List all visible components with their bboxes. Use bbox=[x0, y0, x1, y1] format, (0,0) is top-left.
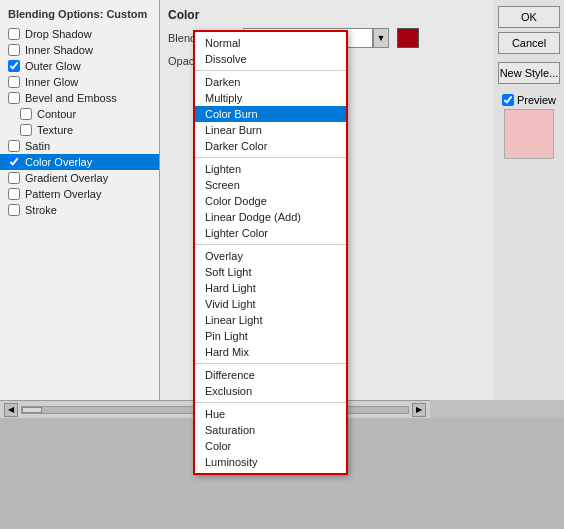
blending-options-title: Blending Options: Custom bbox=[0, 6, 159, 26]
blend-mode-dropdown-arrow[interactable]: ▼ bbox=[373, 28, 389, 48]
dropdown-group-4: DifferenceExclusion bbox=[195, 364, 346, 403]
checkbox-color-overlay[interactable] bbox=[8, 156, 20, 168]
sidebar-item-inner-shadow[interactable]: Inner Shadow bbox=[0, 42, 159, 58]
dropdown-item-hue[interactable]: Hue bbox=[195, 406, 346, 422]
dropdown-item-color[interactable]: Color bbox=[195, 438, 346, 454]
checkbox-gradient-overlay[interactable] bbox=[8, 172, 20, 184]
preview-text: Preview bbox=[517, 94, 556, 106]
dropdown-item-exclusion[interactable]: Exclusion bbox=[195, 383, 346, 399]
dropdown-item-linear-light[interactable]: Linear Light bbox=[195, 312, 346, 328]
dropdown-item-screen[interactable]: Screen bbox=[195, 177, 346, 193]
left-panel: Blending Options: Custom Drop ShadowInne… bbox=[0, 0, 160, 400]
sidebar-label-color-overlay: Color Overlay bbox=[25, 156, 92, 168]
sidebar-label-drop-shadow: Drop Shadow bbox=[25, 28, 92, 40]
dropdown-group-2: LightenScreenColor DodgeLinear Dodge (Ad… bbox=[195, 158, 346, 245]
dropdown-group-0: NormalDissolve bbox=[195, 32, 346, 71]
sidebar-item-bevel-emboss[interactable]: Bevel and Emboss bbox=[0, 90, 159, 106]
preview-section: Preview bbox=[502, 94, 556, 159]
dropdown-item-multiply[interactable]: Multiply bbox=[195, 90, 346, 106]
sidebar-item-contour[interactable]: Contour bbox=[0, 106, 159, 122]
dropdown-item-dissolve[interactable]: Dissolve bbox=[195, 51, 346, 67]
dropdown-group-3: OverlaySoft LightHard LightVivid LightLi… bbox=[195, 245, 346, 364]
dropdown-item-pin-light[interactable]: Pin Light bbox=[195, 328, 346, 344]
sidebar-label-texture: Texture bbox=[37, 124, 73, 136]
dropdown-item-linear-burn[interactable]: Linear Burn bbox=[195, 122, 346, 138]
right-panel: OK Cancel New Style... Preview bbox=[494, 0, 564, 400]
sidebar-item-pattern-overlay[interactable]: Pattern Overlay bbox=[0, 186, 159, 202]
sidebar-label-bevel-emboss: Bevel and Emboss bbox=[25, 92, 117, 104]
blend-mode-dropdown: NormalDissolveDarkenMultiplyColor BurnLi… bbox=[193, 30, 348, 475]
preview-checkbox[interactable] bbox=[502, 94, 514, 106]
sidebar-label-pattern-overlay: Pattern Overlay bbox=[25, 188, 101, 200]
cancel-button[interactable]: Cancel bbox=[498, 32, 560, 54]
sidebar-item-stroke[interactable]: Stroke bbox=[0, 202, 159, 218]
dropdown-group-5: HueSaturationColorLuminosity bbox=[195, 403, 346, 473]
checkbox-contour[interactable] bbox=[20, 108, 32, 120]
dropdown-item-color-burn[interactable]: Color Burn bbox=[195, 106, 346, 122]
dropdown-item-darken[interactable]: Darken bbox=[195, 74, 346, 90]
checkbox-satin[interactable] bbox=[8, 140, 20, 152]
dropdown-item-luminosity[interactable]: Luminosity bbox=[195, 454, 346, 470]
preview-label: Preview bbox=[502, 94, 556, 106]
sidebar-item-color-overlay[interactable]: Color Overlay bbox=[0, 154, 159, 170]
sidebar-item-satin[interactable]: Satin bbox=[0, 138, 159, 154]
dropdown-item-difference[interactable]: Difference bbox=[195, 367, 346, 383]
scroll-thumb[interactable] bbox=[22, 407, 42, 413]
sidebar-label-outer-glow: Outer Glow bbox=[25, 60, 81, 72]
sidebar-label-inner-glow: Inner Glow bbox=[25, 76, 78, 88]
color-swatch[interactable] bbox=[397, 28, 419, 48]
dropdown-item-darker-color[interactable]: Darker Color bbox=[195, 138, 346, 154]
dropdown-item-soft-light[interactable]: Soft Light bbox=[195, 264, 346, 280]
dropdown-item-saturation[interactable]: Saturation bbox=[195, 422, 346, 438]
dropdown-item-lighter-color[interactable]: Lighter Color bbox=[195, 225, 346, 241]
sidebar-label-stroke: Stroke bbox=[25, 204, 57, 216]
sidebar-label-contour: Contour bbox=[37, 108, 76, 120]
checkbox-outer-glow[interactable] bbox=[8, 60, 20, 72]
dropdown-item-vivid-light[interactable]: Vivid Light bbox=[195, 296, 346, 312]
sidebar-item-texture[interactable]: Texture bbox=[0, 122, 159, 138]
dropdown-item-color-dodge[interactable]: Color Dodge bbox=[195, 193, 346, 209]
sidebar-item-inner-glow[interactable]: Inner Glow bbox=[0, 74, 159, 90]
dropdown-item-hard-light[interactable]: Hard Light bbox=[195, 280, 346, 296]
dropdown-item-linear-dodge-add[interactable]: Linear Dodge (Add) bbox=[195, 209, 346, 225]
checkbox-bevel-emboss[interactable] bbox=[8, 92, 20, 104]
checkbox-drop-shadow[interactable] bbox=[8, 28, 20, 40]
checkbox-texture[interactable] bbox=[20, 124, 32, 136]
sidebar-label-gradient-overlay: Gradient Overlay bbox=[25, 172, 108, 184]
dropdown-item-normal[interactable]: Normal bbox=[195, 35, 346, 51]
ok-button[interactable]: OK bbox=[498, 6, 560, 28]
checkbox-inner-shadow[interactable] bbox=[8, 44, 20, 56]
sidebar-label-inner-shadow: Inner Shadow bbox=[25, 44, 93, 56]
preview-box bbox=[504, 109, 554, 159]
sidebar-label-satin: Satin bbox=[25, 140, 50, 152]
dropdown-item-hard-mix[interactable]: Hard Mix bbox=[195, 344, 346, 360]
checkbox-inner-glow[interactable] bbox=[8, 76, 20, 88]
checkbox-stroke[interactable] bbox=[8, 204, 20, 216]
dropdown-item-overlay[interactable]: Overlay bbox=[195, 248, 346, 264]
scroll-left-arrow[interactable]: ◀ bbox=[4, 403, 18, 417]
sidebar-item-drop-shadow[interactable]: Drop Shadow bbox=[0, 26, 159, 42]
checkbox-pattern-overlay[interactable] bbox=[8, 188, 20, 200]
new-style-button[interactable]: New Style... bbox=[498, 62, 560, 84]
sidebar-item-outer-glow[interactable]: Outer Glow bbox=[0, 58, 159, 74]
dropdown-item-lighten[interactable]: Lighten bbox=[195, 161, 346, 177]
dropdown-group-1: DarkenMultiplyColor BurnLinear BurnDarke… bbox=[195, 71, 346, 158]
scroll-right-arrow[interactable]: ▶ bbox=[412, 403, 426, 417]
sidebar-item-gradient-overlay[interactable]: Gradient Overlay bbox=[0, 170, 159, 186]
